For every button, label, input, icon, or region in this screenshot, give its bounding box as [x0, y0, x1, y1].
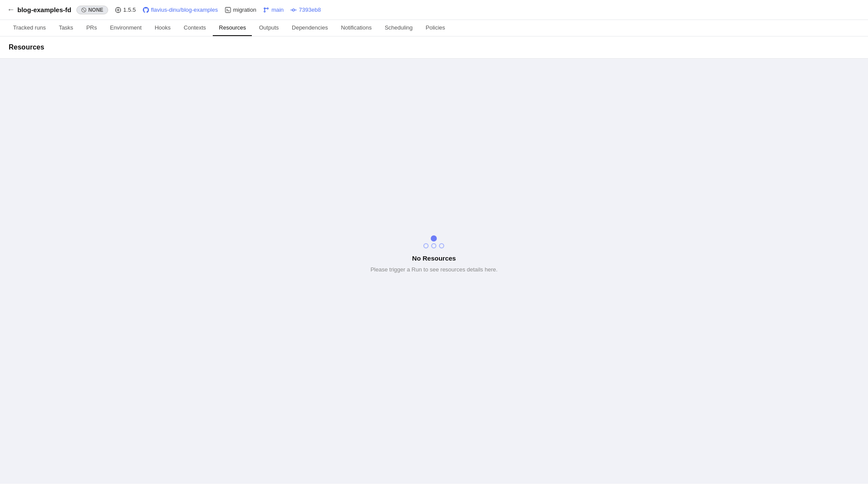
- migration-label: migration: [233, 7, 256, 13]
- svg-line-1: [83, 9, 85, 11]
- terminal-icon: [225, 7, 231, 13]
- commit-icon: [290, 7, 297, 13]
- migration-meta[interactable]: migration: [225, 7, 256, 13]
- svg-point-3: [117, 9, 119, 11]
- svg-rect-8: [225, 7, 231, 13]
- branch-icon: [263, 7, 269, 13]
- main-content: No Resources Please trigger a Run to see…: [0, 59, 868, 484]
- empty-icon: [423, 235, 444, 248]
- dot-top: [431, 235, 437, 241]
- empty-state-subtitle: Please trigger a Run to see resources de…: [370, 266, 498, 273]
- github-meta[interactable]: flavius-dinu/blog-examples: [143, 7, 218, 13]
- dots-row: [423, 243, 444, 248]
- svg-point-14: [293, 9, 295, 11]
- page-title-bar: Resources: [0, 36, 868, 59]
- commit-meta[interactable]: 7393eb8: [290, 7, 321, 13]
- tab-policies[interactable]: Policies: [419, 20, 451, 36]
- empty-state: No Resources Please trigger a Run to see…: [370, 235, 498, 273]
- dot-outline-2: [431, 243, 436, 248]
- github-label: flavius-dinu/blog-examples: [151, 7, 218, 13]
- nav-tabs: Tracked runs Tasks PRs Environment Hooks…: [0, 20, 868, 36]
- github-icon: [143, 7, 149, 13]
- version-meta[interactable]: 1.5.5: [115, 7, 136, 13]
- back-button[interactable]: ← blog-examples-fd: [7, 5, 71, 14]
- branch-label: main: [271, 7, 284, 13]
- status-badge: NONE: [76, 6, 108, 14]
- svg-point-12: [267, 8, 268, 9]
- commit-label: 7393eb8: [299, 7, 321, 13]
- branch-meta[interactable]: main: [263, 7, 284, 13]
- tab-tasks[interactable]: Tasks: [53, 20, 79, 36]
- version-icon: [115, 7, 121, 13]
- tab-tracked-runs[interactable]: Tracked runs: [7, 20, 52, 36]
- dot-outline-1: [423, 243, 429, 248]
- version-label: 1.5.5: [123, 7, 136, 13]
- tab-scheduling[interactable]: Scheduling: [379, 20, 419, 36]
- tab-environment[interactable]: Environment: [104, 20, 148, 36]
- svg-point-11: [264, 11, 265, 12]
- tab-outputs[interactable]: Outputs: [253, 20, 285, 36]
- tab-contexts[interactable]: Contexts: [178, 20, 212, 36]
- dot-outline-3: [439, 243, 444, 248]
- header: ← blog-examples-fd NONE 1.5.5: [0, 0, 868, 20]
- app-title: blog-examples-fd: [17, 6, 71, 13]
- badge-icon: [81, 7, 86, 13]
- tab-dependencies[interactable]: Dependencies: [286, 20, 334, 36]
- tab-resources[interactable]: Resources: [213, 20, 252, 36]
- empty-state-title: No Resources: [412, 255, 456, 262]
- tab-notifications[interactable]: Notifications: [335, 20, 378, 36]
- badge-label: NONE: [88, 7, 103, 13]
- tab-hooks[interactable]: Hooks: [149, 20, 177, 36]
- page-title: Resources: [9, 43, 859, 51]
- header-meta: 1.5.5 flavius-dinu/blog-examples migrati…: [115, 7, 321, 13]
- tab-prs[interactable]: PRs: [80, 20, 103, 36]
- back-arrow-icon: ←: [7, 5, 15, 14]
